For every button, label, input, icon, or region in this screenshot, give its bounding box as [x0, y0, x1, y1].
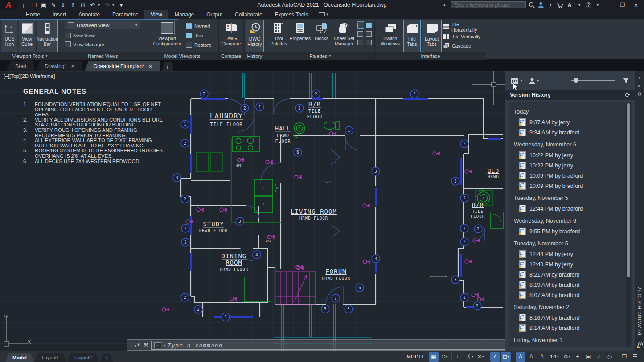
viewport-controls[interactable]: [−][Top][2D Wireframe] [4, 73, 55, 79]
annotation-scale-toggle[interactable]: 1:1▾ [548, 352, 561, 362]
version-entry[interactable]: 10:22 PM by jerry [514, 150, 625, 160]
version-entry[interactable]: 12:44 PM by jerry [514, 249, 625, 259]
isometric-drafting-toggle[interactable]: ✕▾ [476, 352, 485, 362]
viewport-join-button[interactable]: Join [186, 31, 212, 40]
customization-menu-toggle[interactable]: ☰ [630, 352, 640, 362]
version-entry[interactable]: 10:22 PM by jerry [514, 160, 625, 171]
ucs-icon-toggle[interactable]: UCS Icon [2, 20, 17, 52]
size-slider[interactable] [571, 77, 615, 84]
workspace-settings-toggle[interactable]: ⚙▾ [562, 352, 572, 362]
version-entry[interactable]: 10:09 PM by bradford [514, 181, 625, 191]
panel-autohide-icon[interactable]: ⇤ [637, 82, 641, 90]
version-entry[interactable]: 8:14 AM by bradford [514, 323, 625, 333]
search-input[interactable] [451, 1, 526, 8]
save-as-button[interactable]: ✎ [49, 1, 58, 9]
restore-button[interactable]: ❐ [617, 2, 628, 8]
recent-commands-icon[interactable]: ▾ [164, 343, 165, 347]
viewport-restore-button[interactable]: Restore [186, 41, 212, 49]
file-tab-oceanside-floorplan-[interactable]: Oceanside Floorplan*✕ [84, 61, 160, 71]
panel-close-icon[interactable]: × [638, 74, 641, 82]
new-layout-button[interactable]: + [100, 353, 113, 362]
panel-label-history[interactable]: History [244, 52, 266, 60]
count-toggle[interactable] [357, 38, 364, 46]
file-tab-drawing1[interactable]: Drawing1✕ [36, 61, 83, 71]
command-line-bar[interactable]: ⋮⋮ ✕ ⚒ >_ ▾ Type a command ▲ [127, 339, 516, 351]
close-tab-icon[interactable]: ✕ [71, 64, 75, 69]
new-drawing-tab-button[interactable]: + [162, 62, 173, 71]
new-file-button[interactable]: ▯ [20, 1, 29, 9]
ribbon-tab-collaborate[interactable]: Collaborate [229, 10, 268, 19]
new-view-button[interactable]: New View [65, 31, 144, 40]
undo-button[interactable]: ↶ [88, 1, 97, 9]
layout-tab-model[interactable]: Model [5, 353, 34, 362]
dwg-history-button[interactable]: DWG History [246, 20, 264, 52]
user-filter[interactable]: ▾ [529, 77, 539, 84]
annotation-current-toggle[interactable]: A [537, 352, 547, 362]
save-button[interactable]: ▣ [39, 1, 48, 9]
version-entry[interactable]: 8:19 AM by bradford [514, 280, 625, 290]
file-tab-start[interactable]: Start [6, 61, 34, 71]
layer-properties-toggle[interactable] [365, 21, 373, 29]
panel-label-interface[interactable]: Interface ⌟ [375, 52, 486, 60]
open-from-web-mobile-button[interactable]: ⇓ [59, 1, 68, 9]
open-file-button[interactable]: ❒ [29, 1, 38, 9]
version-entry[interactable]: 9:34 AM by bradford [514, 127, 625, 138]
ribbon-options-button[interactable]: ▾ [314, 10, 333, 19]
sheet-set-manager-button[interactable]: Sheet Set Manager [333, 20, 355, 52]
panel-settings-icon[interactable]: ⚙ [637, 90, 642, 98]
close-button[interactable]: × [631, 1, 641, 9]
properties-button[interactable]: Properties [290, 20, 310, 52]
view-cube-toggle[interactable]: View Cube [19, 20, 35, 52]
help-dropdown-icon[interactable]: ▾ [594, 3, 601, 7]
grid-display-toggle[interactable]: ▦ [429, 352, 439, 362]
tile-horizontally-button[interactable]: Tile Horizontally [443, 23, 484, 31]
ribbon-tab-output[interactable]: Output [200, 10, 229, 19]
graphics-performance-toggle[interactable]: ✓ [594, 352, 604, 362]
annotation-monitor-toggle[interactable]: + [573, 352, 582, 362]
redo-button[interactable]: ↷ [103, 1, 111, 9]
refresh-icon[interactable]: ⟳ [625, 91, 630, 98]
annotation-autoscale-toggle[interactable]: A [526, 352, 536, 362]
ribbon-tab-express-tools[interactable]: Express Tools [269, 10, 314, 19]
markup-toggle[interactable] [357, 30, 364, 37]
ribbon-tab-view[interactable]: View [144, 10, 168, 19]
search-icon[interactable] [529, 2, 535, 8]
dwg-compare-button[interactable]: DWG Compare [221, 20, 242, 52]
ribbon-tab-insert[interactable]: Insert [46, 10, 72, 19]
redo-dropdown-icon[interactable]: ▾ [112, 3, 116, 7]
annotation-visibility-toggle[interactable]: A [516, 352, 525, 362]
app-store-cart-icon[interactable] [557, 2, 563, 8]
view-combo[interactable]: Unsaved View ▾ [65, 21, 140, 29]
panel-label-viewport-tools[interactable]: Viewport Tools▾ [0, 52, 60, 60]
tile-vertically-button[interactable]: Tile Vertically [443, 32, 484, 41]
clean-screen-toggle[interactable]: ❒ [619, 352, 629, 362]
command-grip-handle[interactable]: ⋮⋮ [129, 344, 134, 346]
undo-dropdown-icon[interactable]: ▾ [98, 3, 102, 7]
blocks-button[interactable]: Blocks [312, 20, 331, 52]
ribbon-tab-annotate[interactable]: Annotate [72, 10, 106, 19]
command-close-icon[interactable]: ✕ [134, 342, 144, 348]
version-entry[interactable]: 10:09 PM by bradford [514, 171, 625, 181]
snap-mode-toggle[interactable]: ∷▾ [439, 352, 449, 362]
version-entry[interactable]: 8:21 AM by bradford [514, 269, 625, 280]
search-expand-icon[interactable]: ▸ [441, 3, 448, 7]
version-entry[interactable]: 8:16 AM by bradford [514, 313, 625, 323]
panel-expander-icon[interactable]: ⌟ [482, 54, 484, 58]
signin-dropdown-icon[interactable]: ▾ [547, 3, 554, 7]
polar-tracking-toggle[interactable]: ∡▾ [465, 352, 475, 362]
cascade-button[interactable]: Cascade [443, 41, 484, 50]
layout-tab-layout2[interactable]: Layout2 [67, 353, 99, 362]
apps-dropdown-icon[interactable]: ▾ [576, 3, 583, 7]
command-line-toggle[interactable] [357, 21, 364, 29]
command-customize-icon[interactable]: ⚒ [144, 342, 151, 348]
scrollbar[interactable] [626, 103, 631, 346]
ribbon-tab-manage[interactable]: Manage [168, 10, 200, 19]
panel-label-palettes[interactable]: Palettes▾ [266, 52, 374, 60]
close-tab-icon[interactable]: ✕ [148, 64, 152, 69]
hardware-acceleration-toggle[interactable]: ◷ [605, 352, 615, 362]
version-entry[interactable]: 9:37 AM by jerry [514, 117, 625, 127]
ortho-mode-toggle[interactable]: ∟ [454, 352, 464, 362]
isolate-objects-toggle[interactable]: ▣ [583, 352, 593, 362]
version-entry[interactable]: 8:07 AM by bradford [514, 290, 625, 300]
version-entry[interactable]: 12:40 PM by jerry [514, 259, 625, 269]
